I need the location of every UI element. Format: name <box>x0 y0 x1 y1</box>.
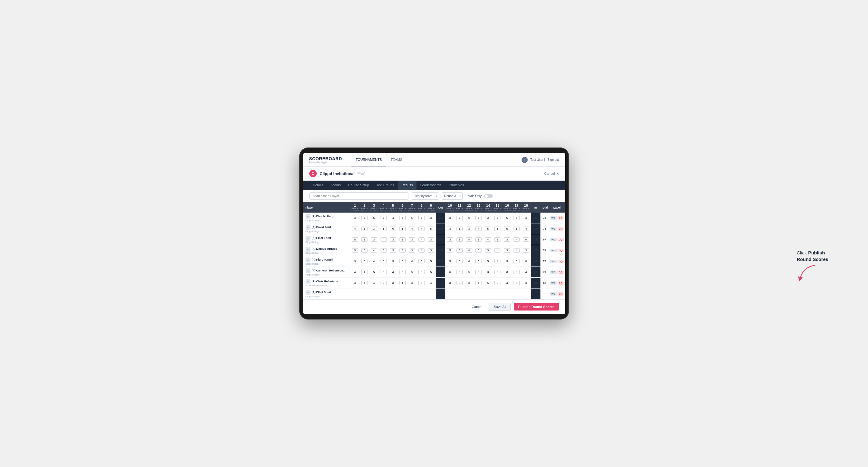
score-out-8[interactable] <box>417 213 426 223</box>
score-input-in-10[interactable] <box>447 237 453 242</box>
score-in-10[interactable] <box>445 223 455 234</box>
score-input-out-4[interactable] <box>380 226 387 231</box>
score-input-in-14[interactable] <box>485 270 491 274</box>
score-out-4[interactable] <box>379 213 388 223</box>
score-in-13[interactable] <box>474 267 484 278</box>
score-input-in-10[interactable] <box>447 281 453 285</box>
tab-teams[interactable]: Teams <box>327 181 344 190</box>
score-in-12[interactable] <box>464 234 474 245</box>
score-out-9[interactable] <box>426 278 436 288</box>
score-input-out-8[interactable] <box>418 259 425 263</box>
score-out-7[interactable] <box>407 245 417 256</box>
score-input-out-4[interactable] <box>380 281 387 285</box>
score-input-in-13[interactable] <box>475 237 482 242</box>
score-in-13[interactable] <box>474 288 484 299</box>
tab-tee-groups[interactable]: Tee Groups <box>373 181 398 190</box>
score-out-5[interactable] <box>388 223 398 234</box>
score-in-10[interactable] <box>445 234 455 245</box>
wd-badge[interactable]: WD <box>550 292 557 295</box>
score-in-11[interactable] <box>455 223 465 234</box>
score-input-out-9[interactable] <box>428 281 434 285</box>
score-out-1[interactable] <box>350 256 360 267</box>
score-out-1[interactable] <box>350 278 360 288</box>
score-input-in-13[interactable] <box>475 270 482 274</box>
score-out-9[interactable] <box>426 267 436 278</box>
score-in-11[interactable] <box>455 267 465 278</box>
score-in-15[interactable] <box>493 234 502 245</box>
score-out-4[interactable] <box>379 223 388 234</box>
score-in-10[interactable] <box>445 256 455 267</box>
score-input-out-4[interactable] <box>380 216 387 220</box>
score-input-out-7[interactable] <box>409 270 415 274</box>
score-in-15[interactable] <box>493 245 502 256</box>
score-input-in-16[interactable] <box>504 216 510 220</box>
cancel-button[interactable]: Cancel <box>468 303 486 311</box>
score-input-out-5[interactable] <box>390 226 396 231</box>
tab-printables[interactable]: Printables <box>445 181 468 190</box>
tab-results[interactable]: Results <box>398 181 417 190</box>
score-input-out-6[interactable] <box>399 281 406 285</box>
score-in-17[interactable] <box>512 245 521 256</box>
score-input-out-7[interactable] <box>409 226 415 231</box>
score-in-15[interactable] <box>493 267 502 278</box>
score-input-in-12[interactable] <box>466 216 472 220</box>
score-input-out-6[interactable] <box>399 226 406 231</box>
score-out-8[interactable] <box>417 245 426 256</box>
score-out-9[interactable] <box>426 213 436 223</box>
wd-badge[interactable]: WD <box>550 227 557 230</box>
score-input-out-8[interactable] <box>418 226 425 231</box>
score-in-11[interactable] <box>455 234 465 245</box>
score-input-in-16[interactable] <box>504 237 510 242</box>
score-input-in-18[interactable] <box>523 216 529 220</box>
score-input-in-17[interactable] <box>514 259 520 263</box>
score-input-out-3[interactable] <box>371 270 377 274</box>
score-input-in-18[interactable] <box>523 281 529 285</box>
score-in-14[interactable] <box>484 278 493 288</box>
score-input-out-2[interactable] <box>361 281 368 285</box>
score-in-14[interactable] <box>484 256 493 267</box>
score-in-18[interactable] <box>521 223 531 234</box>
score-out-3[interactable] <box>369 256 379 267</box>
dq-badge[interactable]: DQ <box>557 281 564 285</box>
score-input-out-5[interactable] <box>390 237 396 242</box>
score-out-6[interactable] <box>398 223 407 234</box>
score-input-in-16[interactable] <box>504 270 510 274</box>
score-input-in-10[interactable] <box>447 259 453 263</box>
score-input-in-13[interactable] <box>475 259 482 263</box>
wd-badge[interactable]: WD <box>550 216 557 220</box>
tab-details[interactable]: Details <box>309 181 327 190</box>
score-input-in-16[interactable] <box>504 259 510 263</box>
score-in-15[interactable] <box>493 213 502 223</box>
score-in-12[interactable] <box>464 288 474 299</box>
score-input-out-9[interactable] <box>428 216 434 220</box>
score-out-1[interactable] <box>350 234 360 245</box>
score-input-out-1[interactable] <box>352 216 358 220</box>
score-out-6[interactable] <box>398 278 407 288</box>
score-in-16[interactable] <box>502 245 512 256</box>
score-in-17[interactable] <box>512 213 521 223</box>
score-input-in-11[interactable] <box>457 237 463 242</box>
score-in-14[interactable] <box>484 245 493 256</box>
score-out-9[interactable] <box>426 245 436 256</box>
score-out-2[interactable] <box>360 256 369 267</box>
score-out-2[interactable] <box>360 267 369 278</box>
score-out-7[interactable] <box>407 223 417 234</box>
score-out-1[interactable] <box>350 245 360 256</box>
score-in-13[interactable] <box>474 234 484 245</box>
score-out-1[interactable] <box>350 267 360 278</box>
dq-badge[interactable]: DQ <box>557 238 564 241</box>
score-out-2[interactable] <box>360 234 369 245</box>
score-input-in-17[interactable] <box>514 270 520 274</box>
score-out-4[interactable] <box>379 288 388 299</box>
tab-leaderboards[interactable]: Leaderboards <box>416 181 445 190</box>
tab-course-setup[interactable]: Course Setup <box>345 181 373 190</box>
score-input-in-13[interactable] <box>475 226 482 231</box>
score-in-12[interactable] <box>464 223 474 234</box>
score-input-out-3[interactable] <box>371 237 377 242</box>
score-out-6[interactable] <box>398 288 407 299</box>
score-in-11[interactable] <box>455 278 465 288</box>
score-input-out-8[interactable] <box>418 248 425 253</box>
score-input-in-11[interactable] <box>457 270 463 274</box>
score-out-8[interactable] <box>417 278 426 288</box>
score-input-in-18[interactable] <box>523 259 529 263</box>
